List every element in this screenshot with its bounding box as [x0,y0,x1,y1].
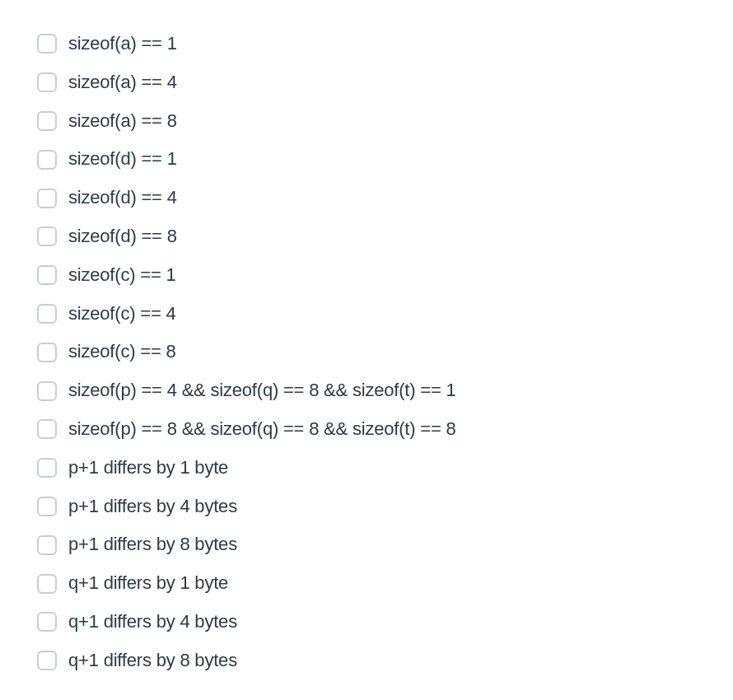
checkbox-label: sizeof(d) == 4 [68,185,177,211]
checkbox-label: sizeof(d) == 1 [68,147,177,172]
checkbox-label: sizeof(d) == 8 [68,224,177,250]
checkbox-label: sizeof(c) == 8 [68,339,175,365]
checkbox-option[interactable]: sizeof(p) == 8 && sizeof(q) == 8 && size… [37,410,696,449]
checkbox-option[interactable]: sizeof(c) == 1 [37,256,696,295]
checkbox-label: sizeof(c) == 1 [68,263,175,288]
checkbox-label: p+1 differs by 1 byte [68,455,228,481]
checkbox-input[interactable] [37,651,57,670]
checkbox-option[interactable]: sizeof(a) == 8 [37,102,696,141]
checkbox-label: q+1 differs by 1 byte [68,571,228,596]
checkbox-label: sizeof(a) == 4 [68,70,177,96]
checkbox-input[interactable] [37,458,57,478]
checkbox-input[interactable] [37,265,57,285]
checkbox-input[interactable] [37,574,57,594]
checkbox-input[interactable] [37,535,57,555]
checkbox-input[interactable] [37,343,57,362]
checkbox-option[interactable]: q+1 differs by 8 bytes [37,642,696,680]
checkbox-input[interactable] [37,150,57,170]
checkbox-option[interactable]: q+1 differs by 1 byte [37,564,696,603]
checkbox-option[interactable]: sizeof(a) == 4 [37,63,696,102]
checkbox-label: sizeof(a) == 1 [68,31,177,57]
checkbox-option[interactable]: sizeof(c) == 8 [37,333,696,371]
checkbox-label: q+1 differs by 8 bytes [68,648,237,674]
checkbox-input[interactable] [37,111,57,131]
checkbox-option[interactable]: p+1 differs by 8 bytes [37,525,696,564]
checkbox-label: sizeof(p) == 4 && sizeof(q) == 8 && size… [68,378,456,404]
checkbox-label: p+1 differs by 8 bytes [68,532,237,558]
checkbox-option[interactable]: q+1 differs by 4 bytes [37,603,696,642]
checkbox-list: sizeof(a) == 1 sizeof(a) == 4 sizeof(a) … [37,25,696,680]
checkbox-input[interactable] [37,381,57,401]
checkbox-input[interactable] [37,612,57,632]
checkbox-input[interactable] [37,304,57,324]
checkbox-option[interactable]: p+1 differs by 1 byte [37,449,696,488]
checkbox-input[interactable] [37,189,57,208]
checkbox-label: q+1 differs by 4 bytes [68,609,237,635]
checkbox-input[interactable] [37,34,57,54]
checkbox-label: p+1 differs by 4 bytes [68,494,237,520]
checkbox-option[interactable]: p+1 differs by 4 bytes [37,488,696,526]
checkbox-input[interactable] [37,419,57,439]
checkbox-option[interactable]: sizeof(d) == 4 [37,179,696,217]
checkbox-option[interactable]: sizeof(d) == 8 [37,217,696,256]
checkbox-option[interactable]: sizeof(c) == 4 [37,295,696,334]
checkbox-option[interactable]: sizeof(a) == 1 [37,25,696,63]
checkbox-label: sizeof(p) == 8 && sizeof(q) == 8 && size… [68,417,456,442]
checkbox-option[interactable]: sizeof(d) == 1 [37,140,696,179]
checkbox-label: sizeof(c) == 4 [68,301,175,327]
checkbox-option[interactable]: sizeof(p) == 4 && sizeof(q) == 8 && size… [37,371,696,410]
checkbox-input[interactable] [37,72,57,92]
checkbox-label: sizeof(a) == 8 [68,109,177,134]
checkbox-input[interactable] [37,497,57,516]
checkbox-input[interactable] [37,226,57,246]
